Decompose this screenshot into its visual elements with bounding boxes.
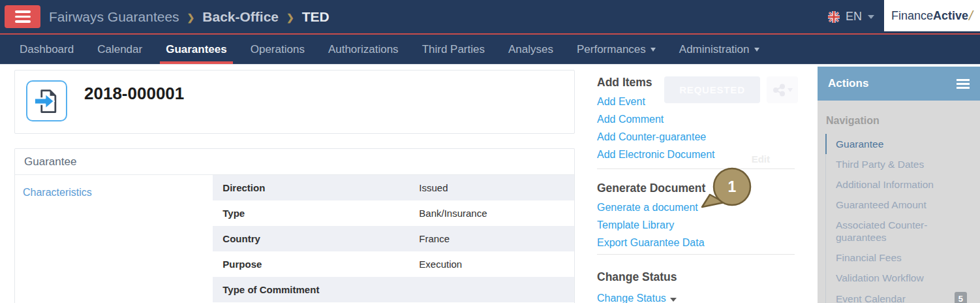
change-status-heading: Change Status	[597, 270, 677, 284]
section-label-characteristics[interactable]: Characteristics	[15, 175, 213, 302]
tab-operations[interactable]: Operations	[251, 35, 305, 64]
tab-authorizations[interactable]: Authorizations	[328, 35, 399, 64]
sidebar-nav-list: Guarantee Third Party & Dates Additional…	[825, 134, 980, 303]
generate-a-document-link[interactable]: Generate a document	[597, 202, 698, 214]
page-title: 2018-000001	[84, 84, 184, 104]
template-library-link[interactable]: Template Library	[597, 219, 674, 231]
finance-active-logo: FinanceActive/	[884, 0, 980, 31]
breadcrumb-app[interactable]: Fairways Guarantees	[49, 9, 179, 25]
tab-dashboard[interactable]: Dashboard	[20, 35, 74, 64]
chevron-right-icon: ❯	[286, 11, 294, 23]
change-status-link[interactable]: Change Status	[597, 293, 677, 303]
card-title: Guarantee	[15, 149, 574, 175]
chevron-down-icon	[868, 15, 874, 19]
actions-sidebar: Actions Navigation Guarantee Third Party…	[818, 67, 980, 303]
generate-document-heading: Generate Document	[597, 182, 705, 195]
language-code: EN	[846, 10, 862, 24]
uk-flag-icon	[828, 11, 840, 23]
divider	[597, 168, 795, 169]
chevron-down-icon	[754, 48, 759, 52]
language-selector[interactable]: EN	[828, 0, 874, 33]
sidebar-section-title: Navigation	[818, 115, 980, 127]
tab-administration[interactable]: Administration	[679, 35, 759, 64]
guarantee-title-card: 2018-000001	[14, 70, 575, 134]
breadcrumb-page: TED	[302, 9, 329, 25]
sidebar-item-additional-information[interactable]: Additional Information	[825, 174, 980, 195]
sidebar-menu-icon[interactable]	[957, 79, 970, 89]
sidebar-item-event-calendar[interactable]: Event Calendar5	[825, 288, 980, 303]
sidebar-item-financial-fees[interactable]: Financial Fees	[825, 247, 980, 268]
guarantee-card: Guarantee Characteristics Direction Issu…	[14, 148, 575, 303]
tab-calendar[interactable]: Calendar	[97, 35, 142, 64]
sidebar-title: Actions	[828, 77, 957, 90]
app-header: Fairways Guarantees ❯ Back-Office ❯ TED …	[0, 0, 980, 35]
table-row: Type of Commitment	[213, 277, 574, 302]
table-row: Direction Issued	[213, 175, 574, 200]
sidebar-body: Navigation Guarantee Third Party & Dates…	[818, 101, 980, 303]
tab-analyses[interactable]: Analyses	[508, 35, 553, 64]
tab-third-parties[interactable]: Third Parties	[422, 35, 485, 64]
sidebar-item-validation-workflow[interactable]: Validation Workflow	[825, 268, 980, 288]
menu-icon[interactable]	[5, 5, 40, 28]
tab-guarantees[interactable]: Guarantees	[166, 35, 227, 64]
event-count-badge: 5	[955, 292, 967, 303]
main-nav: Dashboard Calendar Guarantees Operations…	[0, 35, 980, 65]
table-row: Purpose Execution	[213, 251, 574, 277]
sidebar-header: Actions	[818, 67, 980, 101]
table-row: Type Bank/Insurance	[213, 200, 574, 226]
logo-text-regular: Finance	[891, 9, 933, 23]
add-items-heading: Add Items	[597, 76, 652, 89]
sidebar-item-associated-counter-guarantees[interactable]: Associated Counter-guarantees	[825, 215, 980, 247]
sidebar-item-guaranteed-amount[interactable]: Guaranteed Amount	[825, 195, 980, 215]
add-comment-link[interactable]: Add Comment	[597, 114, 664, 125]
issued-document-icon	[26, 80, 67, 121]
breadcrumb: Fairways Guarantees ❯ Back-Office ❯ TED	[49, 0, 329, 33]
add-electronic-document-link[interactable]: Add Electronic Document	[597, 149, 715, 161]
characteristics-table: Direction Issued Type Bank/Insurance Cou…	[213, 175, 574, 302]
logo-text-bold: Active	[933, 9, 968, 23]
sidebar-item-third-party-dates[interactable]: Third Party & Dates	[825, 154, 980, 174]
add-counter-guarantee-link[interactable]: Add Counter-guarantee	[597, 131, 706, 143]
chevron-down-icon	[651, 48, 656, 52]
divider	[597, 254, 795, 255]
export-guarantee-data-link[interactable]: Export Guarantee Data	[597, 237, 705, 249]
table-row: Country France	[213, 226, 574, 251]
edit-button[interactable]: Edit	[752, 153, 770, 165]
breadcrumb-section[interactable]: Back-Office	[202, 9, 279, 25]
chevron-down-icon	[670, 298, 677, 302]
logo-slash: /	[969, 8, 973, 24]
tab-performances[interactable]: Performances	[577, 35, 656, 64]
add-event-link[interactable]: Add Event	[597, 96, 645, 108]
chevron-right-icon: ❯	[187, 11, 195, 23]
actions-panel: Add Items Add Event Add Comment Add Coun…	[590, 71, 795, 303]
sidebar-item-guarantee[interactable]: Guarantee	[825, 134, 980, 154]
